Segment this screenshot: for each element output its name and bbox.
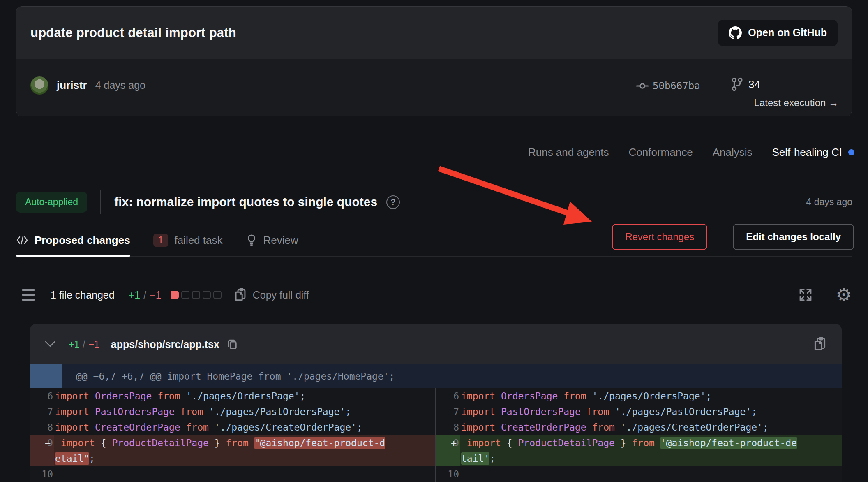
diff-marker: − [45, 438, 51, 448]
diff-line: 8import CreateOrderPage from './pages/Cr… [436, 419, 842, 435]
diff-stat-blocks [171, 291, 222, 299]
file-list-menu-icon[interactable] [22, 289, 35, 301]
diff-line: 10 [30, 466, 435, 482]
tab-proposed-changes-label: Proposed changes [35, 234, 130, 247]
nav-analysis[interactable]: Analysis [713, 146, 753, 159]
code-text: etail"; [55, 453, 95, 464]
file-deletions: −1 [89, 339, 99, 350]
diff-stat-block [203, 291, 211, 299]
code-text: import { ProductDetailPage } from '@aish… [467, 438, 797, 448]
latest-execution-link[interactable]: Latest execution → [754, 97, 838, 109]
hunk-gutter-block [30, 364, 62, 388]
tab-failed-task[interactable]: 1 failed task [153, 225, 223, 256]
diff-line: 9+import { ProductDetailPage } from '@ai… [436, 435, 842, 451]
diff-body: 6import OrdersPage from './pages/OrdersP… [30, 388, 842, 482]
copy-file-diff-icon[interactable] [813, 337, 827, 352]
diff-line: tail'; [436, 451, 842, 466]
diff-pane-original: 6import OrdersPage from './pages/OrdersP… [30, 388, 435, 482]
code-text: import PastOrdersPage from './pages/Past… [55, 406, 351, 417]
commit-card: update product detail import path Open o… [16, 6, 852, 116]
divider [720, 224, 720, 250]
line-number: 6 [30, 388, 53, 404]
copy-full-diff-button[interactable]: Copy full diff [234, 288, 309, 302]
hunk-text: @@ −6,7 +6,7 @@ import HomePage from './… [76, 371, 395, 382]
help-icon[interactable]: ? [386, 195, 400, 209]
git-branch-icon [730, 77, 743, 91]
file-additions: +1 [69, 339, 79, 350]
diff-pane-modified: 6import OrdersPage from './pages/OrdersP… [436, 388, 842, 482]
line-number: 6 [436, 388, 459, 404]
avatar [30, 76, 48, 95]
diff-line: 10 [436, 466, 842, 482]
github-icon [729, 26, 742, 39]
diff-line: 6import OrdersPage from './pages/OrdersP… [436, 388, 842, 404]
copy-path-icon[interactable] [227, 338, 238, 350]
auto-applied-badge: Auto-applied [16, 192, 87, 213]
page-title: update product detail import path [30, 25, 236, 40]
nav-conformance[interactable]: Conformance [629, 146, 693, 159]
copy-full-diff-label: Copy full diff [253, 289, 309, 301]
nav-self-healing-ci-label: Self-healing CI [772, 146, 842, 159]
diff-line: etail"; [30, 451, 435, 466]
chevron-down-icon[interactable] [44, 340, 56, 348]
diff-stat-block [192, 291, 200, 299]
active-indicator-dot [848, 149, 854, 155]
line-number: 8 [436, 419, 459, 435]
diff-toolbar: 1 file changed +1 / −1 Copy full diff ⚙ [16, 283, 852, 307]
tab-review[interactable]: Review [246, 225, 298, 256]
failed-count-badge: 1 [153, 234, 169, 247]
diff-stat-block [181, 291, 189, 299]
code-text: import CreateOrderPage from './pages/Cre… [55, 422, 362, 433]
line-number: 8 [30, 419, 53, 435]
file-diff-header: +1 / −1 apps/shop/src/app.tsx [30, 324, 842, 364]
tab-proposed-changes[interactable]: Proposed changes [16, 225, 130, 256]
commit-hash: 50b667ba [653, 80, 700, 92]
deletions-count: −1 [150, 289, 162, 301]
commit-card-header: update product detail import path Open o… [16, 7, 852, 59]
file-diff-card: +1 / −1 apps/shop/src/app.tsx @@ −6,7 +6… [30, 324, 842, 482]
action-buttons: Revert changes Edit changes locally [612, 224, 854, 250]
open-on-github-label: Open on GitHub [748, 27, 827, 39]
files-changed-label: 1 file changed [51, 289, 115, 301]
code-text: import OrdersPage from './pages/OrdersPa… [55, 391, 305, 401]
file-name: apps/shop/src/app.tsx [111, 338, 219, 350]
line-number: 10 [30, 466, 53, 482]
commit-time: 4 days ago [95, 79, 145, 91]
section-nav: Runs and agents Conformance Analysis Sel… [16, 141, 854, 164]
line-number: 7 [436, 404, 459, 419]
code-text: import { ProductDetailPage } from "@aish… [61, 438, 385, 448]
commit-card-body: juristr 4 days ago 50b667ba 34 Latest ex… [16, 59, 852, 116]
diff-stats: +1 / −1 [129, 289, 162, 301]
code-text: import OrdersPage from './pages/OrdersPa… [461, 391, 711, 401]
commit-hash-link[interactable]: 50b667ba [636, 80, 700, 92]
fix-header-row: Auto-applied fix: normalize import quote… [16, 189, 852, 215]
gear-icon[interactable]: ⚙ [836, 286, 852, 304]
nav-self-healing-ci[interactable]: Self-healing CI [772, 146, 854, 159]
executions-link[interactable]: 34 [730, 77, 760, 91]
line-number: 10 [436, 466, 459, 482]
code-text: import CreateOrderPage from './pages/Cre… [461, 422, 769, 433]
edit-changes-locally-button[interactable]: Edit changes locally [733, 224, 854, 250]
diff-line: 8import CreateOrderPage from './pages/Cr… [30, 419, 435, 435]
tab-review-label: Review [263, 234, 298, 247]
fix-time: 4 days ago [806, 197, 852, 208]
additions-count: +1 [129, 289, 141, 301]
diff-line: 7import PastOrdersPage from './pages/Pas… [30, 404, 435, 419]
code-text: import PastOrdersPage from './pages/Past… [461, 406, 757, 417]
revert-changes-button[interactable]: Revert changes [612, 224, 707, 250]
divider [100, 190, 101, 214]
code-text: tail'; [461, 453, 495, 464]
expand-icon[interactable] [798, 287, 813, 302]
diff-line: 7import PastOrdersPage from './pages/Pas… [436, 404, 842, 419]
git-commit-icon [636, 80, 649, 92]
line-number: 7 [30, 404, 53, 419]
diff-marker: + [451, 438, 457, 448]
execution-count: 34 [748, 78, 760, 91]
open-on-github-button[interactable]: Open on GitHub [718, 20, 838, 46]
file-stats-separator: / [83, 339, 85, 350]
nav-runs-and-agents[interactable]: Runs and agents [528, 146, 609, 159]
lightbulb-icon [246, 234, 257, 246]
diff-line: 6import OrdersPage from './pages/OrdersP… [30, 388, 435, 404]
author-name: juristr [57, 79, 87, 92]
fix-title: fix: normalize import quotes to single q… [114, 195, 377, 209]
